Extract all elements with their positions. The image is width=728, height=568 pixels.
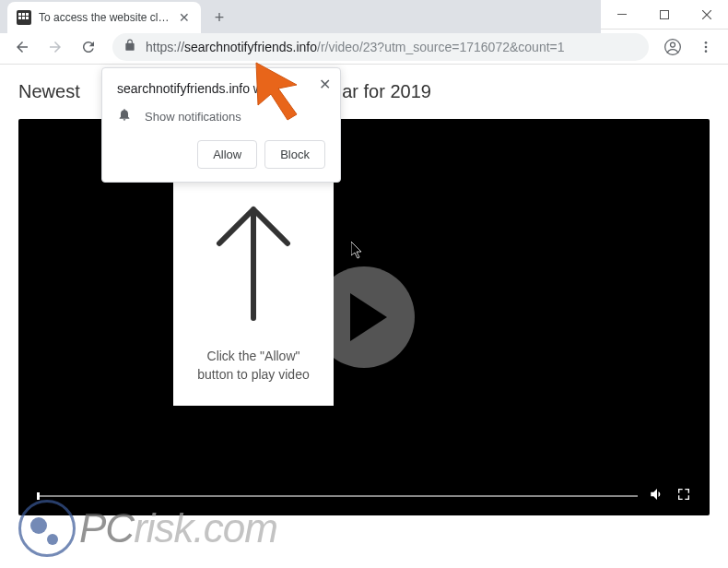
profile-button[interactable] xyxy=(658,32,687,62)
progress-marker xyxy=(37,492,40,500)
svg-rect-0 xyxy=(18,13,21,16)
forward-button[interactable] xyxy=(41,32,70,62)
minimize-button[interactable] xyxy=(601,0,643,30)
close-icon xyxy=(702,10,711,19)
watermark-text-part1: PC xyxy=(79,505,134,550)
back-arrow-icon xyxy=(14,39,30,55)
mouse-cursor-icon xyxy=(351,242,364,264)
svg-rect-2 xyxy=(26,13,29,16)
url-text: https://searchnotifyfriends.info/r/video… xyxy=(146,40,565,54)
tab-bar: To access the website click the "A ✕ + xyxy=(0,0,601,33)
svg-rect-5 xyxy=(26,17,29,19)
fullscreen-icon[interactable] xyxy=(676,487,691,505)
new-tab-button[interactable]: + xyxy=(206,5,232,30)
url-path: /r/video/23?utm_source=1716072&count=1 xyxy=(317,40,565,54)
svg-point-14 xyxy=(705,50,708,53)
forward-arrow-icon xyxy=(47,39,64,55)
lock-icon xyxy=(123,39,136,55)
svg-point-13 xyxy=(705,45,708,48)
url-scheme: https:// xyxy=(146,40,184,54)
kebab-menu-icon xyxy=(699,40,713,54)
page-title-fragment: lar for 2019 xyxy=(338,81,431,102)
newest-label: Newest xyxy=(18,81,80,102)
close-window-button[interactable] xyxy=(686,0,728,30)
reload-button[interactable] xyxy=(74,32,103,62)
tab-favicon-icon xyxy=(17,10,31,25)
instruction-text: Click the "Allow" button to play video xyxy=(188,348,319,384)
browser-menu-button[interactable] xyxy=(691,32,721,62)
maximize-icon xyxy=(660,10,669,19)
play-icon xyxy=(350,293,387,341)
popup-close-icon[interactable]: ✕ xyxy=(319,76,331,93)
watermark-text-part2: risk.com xyxy=(134,505,277,550)
svg-point-11 xyxy=(671,42,675,47)
reload-icon xyxy=(80,39,97,55)
back-button[interactable] xyxy=(7,32,37,62)
progress-bar[interactable] xyxy=(37,495,638,497)
minimize-icon xyxy=(617,14,627,15)
allow-button[interactable]: Allow xyxy=(197,140,257,169)
address-bar[interactable]: https://searchnotifyfriends.info/r/video… xyxy=(112,33,649,61)
watermark-circle-icon xyxy=(18,500,76,557)
tab-title: To access the website click the "A xyxy=(39,11,170,24)
browser-tab[interactable]: To access the website click the "A ✕ xyxy=(7,2,201,33)
instruction-card: Click the "Allow" button to play video xyxy=(173,181,334,406)
window-controls xyxy=(601,0,728,30)
watermark-logo: PCrisk.com xyxy=(18,500,277,557)
browser-toolbar: https://searchnotifyfriends.info/r/video… xyxy=(0,30,728,65)
svg-rect-1 xyxy=(22,13,25,16)
orange-pointer-arrow-icon xyxy=(251,57,317,127)
popup-message-text: Show notifications xyxy=(145,110,241,124)
svg-rect-4 xyxy=(22,17,25,19)
tab-close-icon[interactable]: ✕ xyxy=(177,10,192,25)
bell-icon xyxy=(117,107,132,125)
svg-rect-7 xyxy=(661,10,669,18)
maximize-button[interactable] xyxy=(643,0,686,30)
svg-rect-3 xyxy=(18,17,21,19)
block-button[interactable]: Block xyxy=(264,140,325,169)
popup-button-row: Allow Block xyxy=(117,140,325,169)
volume-icon[interactable] xyxy=(649,486,665,506)
up-arrow-icon xyxy=(212,202,295,322)
svg-rect-6 xyxy=(617,14,627,15)
profile-icon xyxy=(663,38,682,56)
watermark-text: PCrisk.com xyxy=(79,505,277,551)
url-domain: searchnotifyfriends.info xyxy=(184,40,317,54)
window-titlebar: To access the website click the "A ✕ + xyxy=(0,0,728,30)
svg-point-12 xyxy=(705,41,708,44)
